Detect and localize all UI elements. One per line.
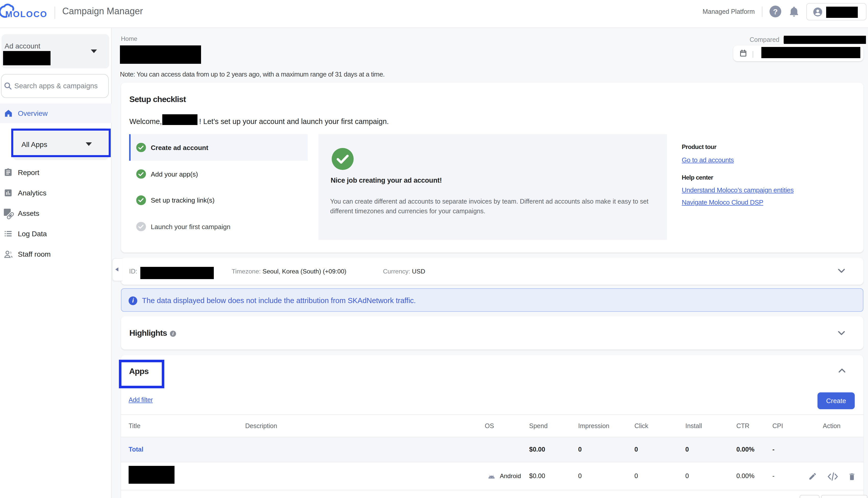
svg-text:MOLOCO: MOLOCO [5,10,48,19]
